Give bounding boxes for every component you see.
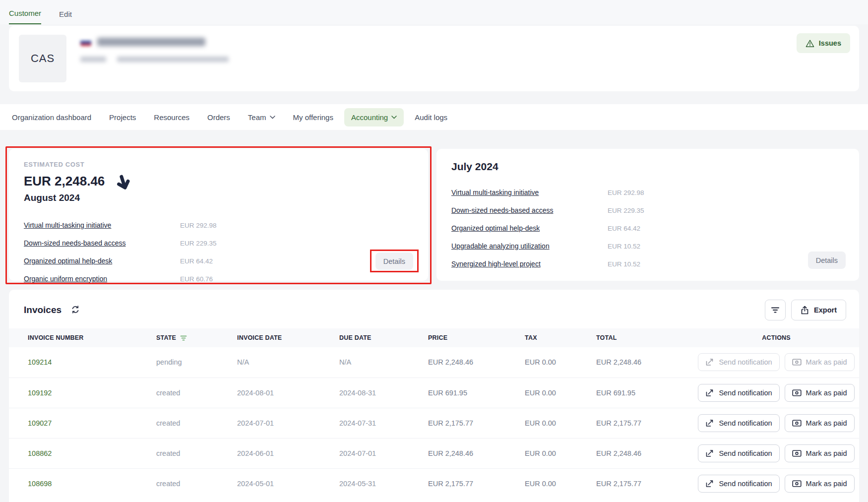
filter-button[interactable]	[765, 300, 786, 320]
nav-team[interactable]: Team	[241, 108, 282, 126]
cost-item-link[interactable]: Virtual multi-tasking initiative	[451, 188, 608, 196]
cost-item-link[interactable]: Down-sized needs-based access	[24, 239, 180, 247]
estimate-details-button[interactable]: Details	[375, 252, 413, 270]
invoice-date: 2024-07-01	[237, 408, 339, 438]
estimated-cost-panel: ESTIMATED COST EUR 2,248.46 August 2024 …	[9, 149, 428, 281]
invoice-total: EUR 2,248.46	[596, 347, 693, 377]
filter-icon	[771, 307, 780, 314]
cost-item-link[interactable]: Synergized high-level project	[451, 260, 608, 268]
nav-resources[interactable]: Resources	[147, 108, 196, 126]
invoices-title: Invoices	[24, 305, 62, 315]
invoice-number-link[interactable]: 108862	[9, 438, 156, 468]
due-date: 2024-07-01	[339, 438, 428, 468]
invoice-number-link[interactable]: 108698	[9, 468, 156, 499]
cost-item-link[interactable]: Upgradable analyzing utilization	[451, 242, 608, 250]
col-tax: TAX	[525, 328, 596, 347]
organization-email-redacted	[117, 57, 229, 62]
estimated-cost-period: August 2024	[24, 192, 413, 203]
cost-item-value: EUR 229.35	[180, 240, 217, 247]
mark-as-paid-button[interactable]: Mark as paid	[785, 475, 855, 493]
mark-as-paid-button[interactable]: Mark as paid	[785, 444, 855, 462]
due-date: 2024-07-31	[339, 408, 428, 438]
details-button-wrap: Details	[375, 252, 413, 270]
mark-as-paid-button[interactable]: Mark as paid	[785, 414, 855, 432]
customer-header-card: CAS Issues	[9, 26, 859, 91]
banknote-icon	[792, 480, 802, 487]
send-notification-button[interactable]: Send notification	[698, 384, 779, 402]
nav-audit-logs[interactable]: Audit logs	[408, 108, 454, 126]
send-notification-button[interactable]: Send notification	[698, 475, 779, 493]
invoices-table: INVOICE NUMBER STATE INVOICE DATE DUE DA…	[9, 328, 859, 499]
share-icon	[705, 480, 714, 488]
invoice-date: 2024-08-01	[237, 377, 339, 408]
refresh-icon	[70, 305, 80, 314]
tab-customer[interactable]: Customer	[9, 9, 41, 24]
july-items: Virtual multi-tasking initiative EUR 292…	[451, 184, 844, 273]
cost-item-value: EUR 10.52	[608, 243, 640, 250]
nav-accounting[interactable]: Accounting	[344, 108, 404, 126]
estimate-items: Virtual multi-tasking initiative EUR 292…	[24, 216, 413, 288]
july-details-button[interactable]: Details	[808, 251, 846, 269]
invoice-row: 109027 created 2024-07-01 2024-07-31 EUR…	[9, 408, 859, 438]
send-notification-button[interactable]: Send notification	[698, 353, 779, 371]
cost-item-row: Down-sized needs-based access EUR 229.35	[24, 234, 413, 252]
invoice-number-link[interactable]: 109214	[9, 347, 156, 377]
avatar: CAS	[19, 35, 66, 82]
col-price: PRICE	[428, 328, 525, 347]
cost-item-link[interactable]: Down-sized needs-based access	[451, 206, 608, 214]
nav-projects[interactable]: Projects	[102, 108, 143, 126]
arrow-down-icon	[113, 172, 135, 194]
cost-item-value: EUR 10.52	[608, 260, 640, 268]
invoice-state: pending	[156, 347, 237, 377]
invoices-card: Invoices Export	[9, 290, 859, 502]
warning-triangle-icon	[806, 39, 814, 48]
invoice-price: EUR 2,175.77	[428, 408, 525, 438]
invoice-state: created	[156, 408, 237, 438]
invoice-row: 109192 created 2024-08-01 2024-08-31 EUR…	[9, 377, 859, 408]
july-panel-title: July 2024	[451, 161, 844, 173]
invoice-state: created	[156, 377, 237, 408]
invoice-tax: EUR 0.00	[525, 438, 596, 468]
send-notification-button[interactable]: Send notification	[698, 414, 779, 432]
cost-item-row: Synergized high-level project EUR 10.52	[451, 255, 844, 273]
invoice-total: EUR 2,248.46	[596, 438, 693, 468]
nav-my-offerings[interactable]: My offerings	[286, 108, 340, 126]
issues-button[interactable]: Issues	[797, 33, 850, 53]
cost-item-link[interactable]: Organized optimal help-desk	[24, 257, 180, 265]
cost-item-row: Organic uniform encryption EUR 60.76	[24, 270, 413, 288]
col-due-date: DUE DATE	[339, 328, 428, 347]
invoice-date: N/A	[237, 347, 339, 377]
table-header-row: INVOICE NUMBER STATE INVOICE DATE DUE DA…	[9, 328, 859, 347]
chevron-down-icon	[270, 116, 275, 119]
banknote-icon	[792, 420, 802, 427]
invoice-total: EUR 2,175.77	[596, 408, 693, 438]
estimated-cost-amount: EUR 2,248.46	[24, 174, 105, 189]
cost-item-value: EUR 64.42	[608, 225, 640, 232]
invoice-number-link[interactable]: 109027	[9, 408, 156, 438]
cost-item-link[interactable]: Organized optimal help-desk	[451, 224, 608, 232]
cost-item-link[interactable]: Virtual multi-tasking initiative	[24, 221, 180, 229]
invoice-total: EUR 2,175.77	[596, 468, 693, 499]
top-tab-bar: Customer Edit	[0, 0, 868, 24]
mark-as-paid-button[interactable]: Mark as paid	[785, 384, 855, 402]
export-button[interactable]: Export	[791, 300, 846, 320]
nav-organization-dashboard[interactable]: Organization dashboard	[5, 108, 98, 126]
export-button-label: Export	[814, 306, 837, 314]
refresh-button[interactable]	[70, 305, 80, 315]
tab-edit[interactable]: Edit	[59, 10, 72, 24]
invoice-state: created	[156, 438, 237, 468]
issues-button-label: Issues	[819, 39, 841, 47]
send-notification-button[interactable]: Send notification	[698, 444, 779, 462]
mark-as-paid-button[interactable]: Mark as paid	[785, 353, 855, 371]
nav-orders[interactable]: Orders	[200, 108, 237, 126]
due-date: 2024-05-31	[339, 468, 428, 499]
invoice-price: EUR 691.95	[428, 377, 525, 408]
cost-panels: ESTIMATED COST EUR 2,248.46 August 2024 …	[0, 149, 868, 281]
details-button-wrap: Details	[808, 251, 846, 269]
invoice-number-link[interactable]: 109192	[9, 377, 156, 408]
share-icon	[705, 419, 714, 427]
cost-item-link[interactable]: Organic uniform encryption	[24, 275, 180, 283]
invoice-tax: EUR 0.00	[525, 377, 596, 408]
share-icon	[705, 358, 714, 366]
state-filter-icon[interactable]	[180, 335, 187, 341]
